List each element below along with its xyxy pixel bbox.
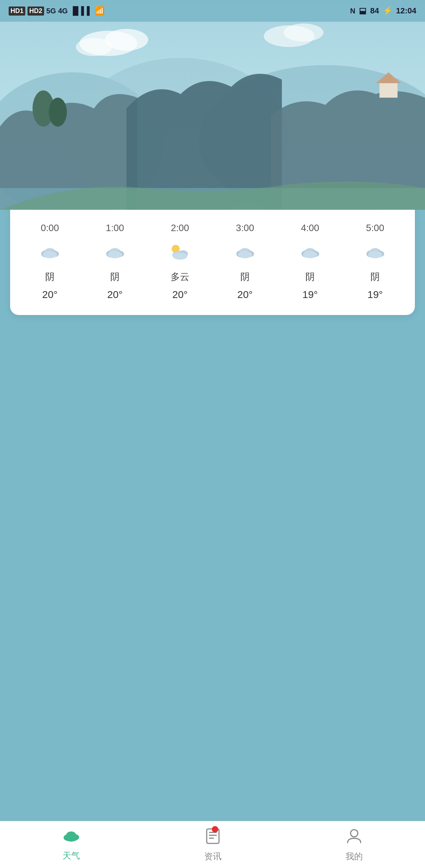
hourly-temp-0: 20° (42, 289, 57, 301)
hourly-temp-2: 20° (172, 289, 188, 301)
nfc-icon: N (350, 7, 355, 15)
hourly-condition-3: 阴 (240, 271, 250, 283)
weather-nav-icon (62, 828, 80, 847)
status-right: N ⬓ 84 ⚡ 12:04 (350, 6, 416, 16)
svg-point-7 (76, 38, 112, 56)
svg-point-43 (65, 835, 78, 842)
svg-point-19 (43, 251, 57, 258)
hourly-condition-2: 多云 (171, 271, 189, 283)
svg-point-13 (49, 98, 67, 127)
svg-point-35 (303, 251, 317, 258)
profile-nav-icon (346, 827, 362, 848)
signal-5g: 5G (46, 7, 56, 15)
svg-point-9 (284, 24, 323, 42)
svg-point-27 (173, 252, 187, 260)
svg-rect-47 (209, 838, 214, 839)
hourly-temp-5: 19° (368, 289, 383, 301)
nav-news[interactable]: 资讯 (204, 827, 222, 862)
hourly-temp-4: 19° (302, 289, 318, 301)
hourly-condition-0: 阴 (45, 271, 55, 283)
svg-rect-46 (209, 835, 217, 836)
bluetooth-icon: ⬓ (359, 6, 366, 16)
signal-4g: 4G (58, 7, 68, 15)
bottom-nav: 天气 资讯 我的 (0, 821, 425, 868)
svg-point-23 (108, 251, 122, 258)
battery-level: 84 (370, 6, 379, 16)
svg-point-48 (351, 830, 358, 837)
nav-profile[interactable]: 我的 (345, 827, 363, 862)
hourly-condition-1: 阴 (110, 271, 120, 283)
nav-weather[interactable]: 天气 (62, 828, 80, 861)
profile-nav-label: 我的 (345, 851, 363, 862)
news-nav-icon (205, 827, 221, 848)
signal-hd2: HD2 (27, 7, 44, 16)
hourly-temp-1: 20° (107, 289, 123, 301)
hourly-condition-4: 阴 (305, 271, 315, 283)
clock: 12:04 (396, 6, 416, 16)
background-illustration (0, 0, 425, 246)
status-bar: HD1 HD2 5G 4G ▐▌▌▌ 📶 N ⬓ 84 ⚡ 12:04 (0, 0, 425, 22)
signal-bars: ▐▌▌▌ (70, 6, 92, 16)
hourly-condition-5: 阴 (370, 271, 380, 283)
battery-icon: ⚡ (383, 6, 392, 16)
wifi-icon: 📶 (95, 6, 104, 16)
svg-point-39 (368, 251, 382, 258)
hourly-temp-3: 20° (237, 289, 253, 301)
svg-rect-10 (379, 83, 398, 98)
status-left: HD1 HD2 5G 4G ▐▌▌▌ 📶 (9, 6, 104, 16)
signal-hd1: HD1 (9, 7, 25, 16)
weather-nav-label: 天气 (63, 850, 80, 861)
news-badge (212, 826, 218, 833)
svg-point-31 (238, 251, 252, 258)
news-nav-label: 资讯 (204, 851, 222, 862)
